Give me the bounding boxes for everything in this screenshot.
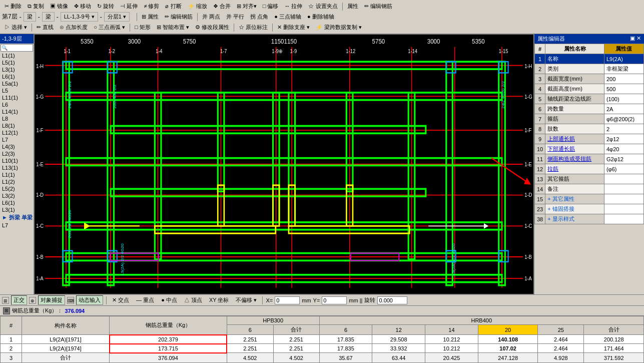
- trim-btn[interactable]: ≠ 修剪: [141, 2, 162, 11]
- canvas-area[interactable]: 5350 3000 5750 11501150 5750 3000 5350 1…: [34, 34, 534, 294]
- sidebar-item-22[interactable]: L3(1): [0, 206, 34, 213]
- beam-select-btn[interactable]: 梁: [42, 12, 55, 22]
- prop-row-14-value[interactable]: [604, 184, 643, 194]
- layer1-btn[interactable]: 分层1 ▾: [104, 12, 130, 22]
- prop-row-9-value[interactable]: 2φ12: [604, 134, 643, 144]
- delete-btn[interactable]: ✂ 删除: [2, 2, 24, 11]
- copy-btn[interactable]: ⧉ 复制: [25, 2, 47, 11]
- scale-btn[interactable]: ⚡ 缩放: [185, 2, 210, 11]
- sidebar-item-20[interactable]: L3(2): [0, 192, 34, 199]
- sidebar-item-19[interactable]: L5(2): [0, 185, 34, 192]
- prop-row-12-value[interactable]: (φ6): [604, 164, 643, 174]
- property-btn-t2[interactable]: ⊞ 属性: [139, 12, 161, 22]
- sidebar-item-18[interactable]: L1(2): [0, 178, 34, 185]
- midpoint-btn[interactable]: ● 中点: [159, 295, 180, 305]
- sidebar-item-16[interactable]: L13(1): [0, 164, 34, 171]
- sidebar-item-1[interactable]: L5(1): [0, 59, 34, 66]
- row1-num: 1: [1, 335, 22, 344]
- align-btn[interactable]: ⊞ 对齐▾: [234, 2, 259, 11]
- prop-row-1-value[interactable]: L9(2A): [604, 54, 643, 64]
- line-btn[interactable]: ✏ 直线: [34, 23, 56, 32]
- sidebar-item-split[interactable]: ► 拆梁 单梁: [0, 213, 34, 222]
- three-arc-btn[interactable]: ○ 三点画弧 ▾: [91, 23, 128, 32]
- extend-btn[interactable]: ⊣ 延伸: [118, 2, 140, 11]
- select-btn[interactable]: ▷ 选择 ▾: [2, 23, 30, 32]
- total-num: 3: [1, 353, 22, 363]
- endpoint-btn[interactable]: — 重点: [134, 295, 157, 305]
- sidebar-item-13[interactable]: L4(3): [0, 143, 34, 150]
- delete-support-btn[interactable]: ✕ 删除支座 ▾: [275, 23, 312, 32]
- sidebar-item-7[interactable]: L6: [0, 101, 34, 108]
- parallel-btn[interactable]: 并 平行: [224, 12, 247, 22]
- prop-row-7-value[interactable]: φ6@200(2): [604, 114, 643, 124]
- smart-layout-btn[interactable]: ⊞ 智能布置 ▾: [154, 23, 192, 32]
- edit-rebar-btn-t2[interactable]: ✏ 编辑钢筋: [162, 12, 195, 22]
- sidebar-item-6[interactable]: L11(1): [0, 94, 34, 101]
- sidebar-item-14[interactable]: L2(3): [0, 150, 34, 157]
- prop-row-8-value[interactable]: 2: [604, 124, 643, 134]
- original-label-btn[interactable]: ☆ 原位标注: [236, 23, 270, 32]
- intersection-btn[interactable]: ✕ 交点: [110, 295, 132, 305]
- offset-btn[interactable]: □ 偏移: [260, 2, 281, 11]
- two-points-btn[interactable]: 并 两点: [200, 12, 223, 22]
- merge-btn[interactable]: ❖ 合并: [211, 2, 233, 11]
- prop-row-13-value[interactable]: [604, 174, 643, 184]
- vertex-btn[interactable]: △ 顶点: [182, 295, 205, 305]
- prop-row-3-name: 截面宽度(mm): [545, 74, 604, 84]
- edit-rebar-btn-t1[interactable]: ✏ 编辑钢筋: [362, 2, 395, 11]
- no-move-btn[interactable]: 不偏移 ▾: [233, 295, 259, 305]
- modify-segment-btn[interactable]: ⚙ 修改段属性: [193, 23, 232, 32]
- xy-coord-btn[interactable]: XY 坐标: [207, 295, 232, 305]
- prop-row-3-value[interactable]: 200: [604, 74, 643, 84]
- prop-row-13-name: 其它箍筋: [545, 174, 604, 184]
- sidebar-item-3[interactable]: L6(1): [0, 73, 34, 80]
- mirror-btn[interactable]: ▣ 镜像: [48, 2, 71, 11]
- corner-btn[interactable]: 拐 点角: [248, 12, 271, 22]
- sidebar-item-0[interactable]: L1(1): [0, 52, 34, 59]
- prop-row-5-value[interactable]: (100): [604, 94, 643, 104]
- object-snap-btn[interactable]: 对象捕捉: [38, 295, 65, 305]
- prop-row-6-value[interactable]: 2A: [604, 104, 643, 114]
- sidebar-item-11[interactable]: L12(1): [0, 129, 34, 136]
- sidebar-search-input[interactable]: [1, 44, 33, 52]
- delete-aux-btn[interactable]: ● 删除辅轴: [305, 12, 337, 22]
- sidebar-item-2[interactable]: L3(1): [0, 66, 34, 73]
- move-btn[interactable]: ✥ 移动: [72, 2, 94, 11]
- property-btn-t1[interactable]: 属性: [345, 2, 361, 11]
- prop-row-11-value[interactable]: G2φ12: [604, 154, 643, 164]
- point-length-btn[interactable]: ⊙ 点加长度: [57, 23, 90, 32]
- span-copy-btn[interactable]: ⚡ 梁跨数据复制 ▾: [313, 23, 364, 32]
- stretch-btn[interactable]: ↔ 拉伸: [282, 2, 305, 11]
- sidebar-item-17[interactable]: L1(1): [0, 171, 34, 178]
- sidebar-item-12[interactable]: L7: [0, 136, 34, 143]
- three-aux-btn[interactable]: ● 三点辅轴: [272, 12, 304, 22]
- prop-row-15-expand[interactable]: + 其它属性: [545, 194, 604, 204]
- property-panel-pin[interactable]: ▣ ✕: [630, 35, 641, 43]
- sidebar-item-10[interactable]: L8(1): [0, 122, 34, 129]
- prop-row-4-value[interactable]: 500: [604, 84, 643, 94]
- prop-row-2-value[interactable]: 非框架梁: [604, 64, 643, 74]
- prop-row-23-expand[interactable]: + 锚固搭接: [545, 204, 604, 214]
- prop-row-38-expand[interactable]: + 显示样式: [545, 214, 604, 224]
- sidebar-item-5[interactable]: L5: [0, 87, 34, 94]
- break-btn[interactable]: ⌀ 打断: [163, 2, 184, 11]
- dynamic-input-btn[interactable]: 动态输入: [76, 295, 103, 305]
- sep4: [32, 24, 32, 32]
- rotate-btn[interactable]: ↻ 旋转: [95, 2, 117, 11]
- rotate-input[interactable]: [377, 296, 407, 304]
- sidebar-item-8[interactable]: L14(1): [0, 108, 34, 115]
- sidebar-item-9[interactable]: L8: [0, 115, 34, 122]
- sidebar-item-23[interactable]: L7: [0, 222, 34, 229]
- ll-select-btn[interactable]: LL-1,3-9号 ▾: [61, 12, 98, 22]
- prop-row-10-value[interactable]: 4φ20: [604, 144, 643, 154]
- sidebar-item-21[interactable]: L6(1): [0, 199, 34, 206]
- y-input[interactable]: [322, 296, 347, 304]
- grip-btn[interactable]: ☆ 设置夹点: [306, 2, 340, 11]
- beam-type-btn[interactable]: 梁: [24, 12, 36, 22]
- x-input[interactable]: [275, 296, 300, 304]
- orthogonal-btn[interactable]: 正交: [11, 295, 27, 305]
- rect-btn[interactable]: □ 矩形: [132, 23, 153, 32]
- sidebar-item-4[interactable]: L5a(1): [0, 80, 34, 87]
- svg-text:1-D: 1-D: [524, 192, 532, 198]
- sidebar-item-15[interactable]: L10(1): [0, 157, 34, 164]
